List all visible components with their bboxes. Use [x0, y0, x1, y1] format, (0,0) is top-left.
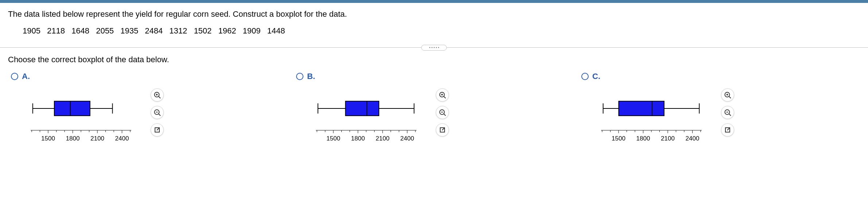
options-row: A. 1500180021002400B. 1500180021002400C.…: [0, 68, 868, 154]
tool-column: [148, 88, 166, 136]
tick-label: 1800: [66, 135, 80, 142]
boxplot-A: 1500180021002400: [28, 88, 141, 147]
axis-labels: 1500180021002400: [28, 135, 141, 142]
tick-label: 2400: [400, 135, 414, 142]
boxplot-B: 1500180021002400: [313, 88, 426, 147]
tick-label: 1800: [636, 135, 650, 142]
zoom-in-icon: [724, 91, 731, 99]
zoom-in-icon: [154, 91, 161, 99]
svg-rect-33: [345, 101, 379, 116]
radio-option-C[interactable]: [581, 73, 589, 80]
tick-label: 2400: [115, 135, 129, 142]
zoom-out-icon: [724, 109, 731, 116]
tool-column: [719, 88, 736, 136]
option-B: B. 1500180021002400: [293, 72, 575, 147]
open-new-icon: [724, 126, 731, 134]
axis-labels: 1500180021002400: [598, 135, 712, 142]
question-text: The data listed below represent the yiel…: [8, 9, 860, 19]
option-head: A.: [8, 72, 290, 81]
collapse-handle[interactable]: [421, 45, 447, 51]
svg-line-57: [442, 128, 445, 130]
radio-option-A[interactable]: [11, 73, 18, 80]
axis-labels: 1500180021002400: [313, 135, 426, 142]
svg-line-50: [444, 96, 446, 98]
zoom-out-button[interactable]: [436, 106, 449, 119]
radio-option-B[interactable]: [296, 73, 303, 80]
open-new-button[interactable]: [151, 123, 164, 136]
choice-prompt: Choose the correct boxplot of the data b…: [0, 48, 868, 68]
svg-rect-4: [54, 101, 90, 116]
zoom-out-button[interactable]: [151, 106, 164, 119]
open-new-button[interactable]: [436, 123, 449, 136]
section-divider: [0, 47, 868, 48]
svg-line-79: [729, 96, 731, 98]
svg-line-25: [159, 114, 160, 116]
svg-line-54: [444, 114, 446, 116]
option-label: B.: [307, 72, 315, 81]
zoom-out-icon: [439, 109, 446, 116]
tick-label: 1500: [41, 135, 55, 142]
tick-label: 2100: [90, 135, 104, 142]
zoom-in-button[interactable]: [436, 88, 449, 102]
tick-label: 2100: [376, 135, 390, 142]
boxplot-C: 1500180021002400: [598, 88, 712, 147]
open-new-icon: [439, 126, 446, 134]
top-accent-bar: [0, 0, 868, 3]
zoom-in-button[interactable]: [151, 88, 164, 102]
question-block: The data listed below represent the yiel…: [0, 3, 868, 47]
svg-rect-62: [619, 101, 664, 116]
option-head: B.: [293, 72, 575, 81]
tool-column: [434, 88, 451, 136]
zoom-out-button[interactable]: [721, 106, 734, 119]
option-label: A.: [22, 72, 30, 81]
option-head: C.: [578, 72, 860, 81]
zoom-in-icon: [439, 91, 446, 99]
data-values: 1905 2118 1648 2055 1935 2484 1312 1502 …: [8, 26, 860, 36]
tick-label: 1500: [612, 135, 625, 142]
option-label: C.: [592, 72, 600, 81]
zoom-in-button[interactable]: [721, 88, 734, 102]
option-A: A. 1500180021002400: [8, 72, 290, 147]
zoom-out-icon: [154, 109, 161, 116]
tick-label: 2100: [661, 135, 675, 142]
svg-line-21: [159, 96, 160, 98]
tick-label: 1500: [326, 135, 340, 142]
svg-line-86: [727, 128, 730, 130]
svg-line-83: [729, 114, 731, 116]
tick-label: 2400: [686, 135, 700, 142]
open-new-icon: [154, 126, 161, 134]
tick-label: 1800: [351, 135, 365, 142]
option-C: C. 1500180021002400: [578, 72, 860, 147]
svg-line-28: [157, 128, 159, 130]
open-new-button[interactable]: [721, 123, 734, 136]
